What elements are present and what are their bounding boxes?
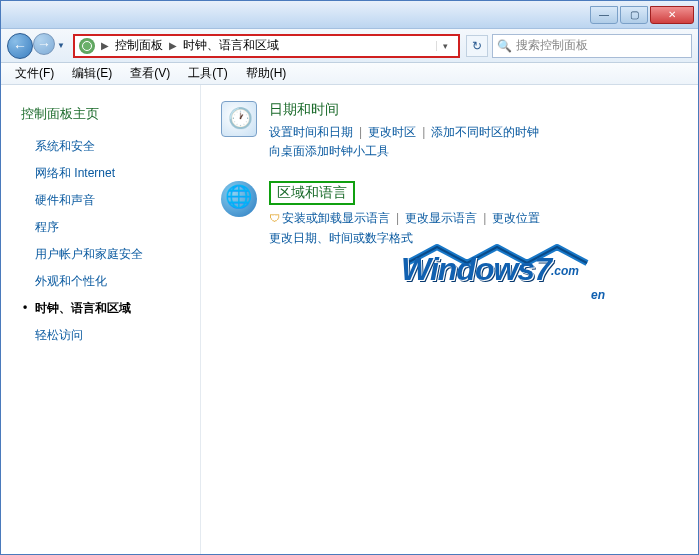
breadcrumb-arrow-icon: ▶ [99, 40, 111, 51]
category-body: 日期和时间 设置时间和日期|更改时区|添加不同时区的时钟 向桌面添加时钟小工具 [269, 101, 678, 161]
breadcrumb-root[interactable]: 控制面板 [115, 37, 163, 54]
category-body: 区域和语言 🛡安装或卸载显示语言|更改显示语言|更改位置 更改日期、时间或数字格… [269, 181, 678, 247]
content-area: 日期和时间 设置时间和日期|更改时区|添加不同时区的时钟 向桌面添加时钟小工具 … [201, 85, 698, 554]
address-dropdown-icon[interactable]: ▾ [436, 41, 454, 51]
sidebar-item-network[interactable]: 网络和 Internet [1, 160, 200, 187]
nav-history-dropdown[interactable]: ▼ [55, 33, 67, 59]
title-bar: — ▢ ✕ [1, 1, 698, 29]
separator: | [477, 211, 492, 225]
sidebar: 控制面板主页 系统和安全 网络和 Internet 硬件和声音 程序 用户帐户和… [1, 85, 201, 554]
back-button[interactable]: ← [7, 33, 33, 59]
breadcrumb-current[interactable]: 时钟、语言和区域 [183, 37, 279, 54]
category-title-region[interactable]: 区域和语言 [269, 181, 355, 205]
category-title-datetime[interactable]: 日期和时间 [269, 101, 678, 119]
forward-button[interactable]: → [33, 33, 55, 55]
menu-file[interactable]: 文件(F) [7, 63, 62, 84]
window-buttons: — ▢ ✕ [590, 6, 694, 24]
link-add-clocks[interactable]: 添加不同时区的时钟 [431, 125, 539, 139]
watermark-text: Windows7 [401, 251, 551, 287]
separator: | [390, 211, 405, 225]
category-links: 🛡安装或卸载显示语言|更改显示语言|更改位置 更改日期、时间或数字格式 [269, 209, 678, 247]
link-change-tz[interactable]: 更改时区 [368, 125, 416, 139]
control-panel-window: — ▢ ✕ ← → ▼ ▶ 控制面板 ▶ 时钟、语言和区域 ▾ ↻ 🔍 搜索控制… [0, 0, 699, 555]
nav-buttons: ← → ▼ [7, 33, 67, 59]
link-change-format[interactable]: 更改日期、时间或数字格式 [269, 231, 413, 245]
link-install-lang[interactable]: 安装或卸载显示语言 [282, 211, 390, 225]
menu-tools[interactable]: 工具(T) [180, 63, 235, 84]
menu-bar: 文件(F) 编辑(E) 查看(V) 工具(T) 帮助(H) [1, 63, 698, 85]
maximize-button[interactable]: ▢ [620, 6, 648, 24]
navigation-bar: ← → ▼ ▶ 控制面板 ▶ 时钟、语言和区域 ▾ ↻ 🔍 搜索控制面板 [1, 29, 698, 63]
separator: | [353, 125, 368, 139]
sidebar-item-ease[interactable]: 轻松访问 [1, 322, 200, 349]
sidebar-title[interactable]: 控制面板主页 [1, 101, 200, 133]
sidebar-item-clock-region[interactable]: 时钟、语言和区域 [1, 295, 200, 322]
close-button[interactable]: ✕ [650, 6, 694, 24]
shield-icon: 🛡 [269, 212, 280, 224]
refresh-button[interactable]: ↻ [466, 35, 488, 57]
link-change-lang[interactable]: 更改显示语言 [405, 211, 477, 225]
link-set-time[interactable]: 设置时间和日期 [269, 125, 353, 139]
menu-edit[interactable]: 编辑(E) [64, 63, 120, 84]
menu-help[interactable]: 帮助(H) [238, 63, 295, 84]
minimize-button[interactable]: — [590, 6, 618, 24]
sidebar-item-appearance[interactable]: 外观和个性化 [1, 268, 200, 295]
address-bar[interactable]: ▶ 控制面板 ▶ 时钟、语言和区域 ▾ [73, 34, 460, 58]
category-links: 设置时间和日期|更改时区|添加不同时区的时钟 向桌面添加时钟小工具 [269, 123, 678, 161]
watermark: Windows7.com en [401, 245, 605, 301]
breadcrumb-arrow-icon: ▶ [167, 40, 179, 51]
sidebar-item-accounts[interactable]: 用户帐户和家庭安全 [1, 241, 200, 268]
watermark-suffix-bottom: en [591, 288, 605, 302]
search-box[interactable]: 🔍 搜索控制面板 [492, 34, 692, 58]
category-datetime: 日期和时间 设置时间和日期|更改时区|添加不同时区的时钟 向桌面添加时钟小工具 [221, 101, 678, 161]
sidebar-item-system[interactable]: 系统和安全 [1, 133, 200, 160]
globe-icon [221, 181, 257, 217]
body: 控制面板主页 系统和安全 网络和 Internet 硬件和声音 程序 用户帐户和… [1, 85, 698, 554]
watermark-suffix-top: .com [551, 264, 579, 278]
menu-view[interactable]: 查看(V) [122, 63, 178, 84]
control-panel-icon [79, 38, 95, 54]
category-region: 区域和语言 🛡安装或卸载显示语言|更改显示语言|更改位置 更改日期、时间或数字格… [221, 181, 678, 247]
clock-icon [221, 101, 257, 137]
search-icon: 🔍 [497, 39, 512, 53]
separator: | [416, 125, 431, 139]
sidebar-item-programs[interactable]: 程序 [1, 214, 200, 241]
link-change-location[interactable]: 更改位置 [492, 211, 540, 225]
link-desktop-gadget[interactable]: 向桌面添加时钟小工具 [269, 144, 389, 158]
sidebar-item-hardware[interactable]: 硬件和声音 [1, 187, 200, 214]
search-placeholder: 搜索控制面板 [516, 37, 588, 54]
